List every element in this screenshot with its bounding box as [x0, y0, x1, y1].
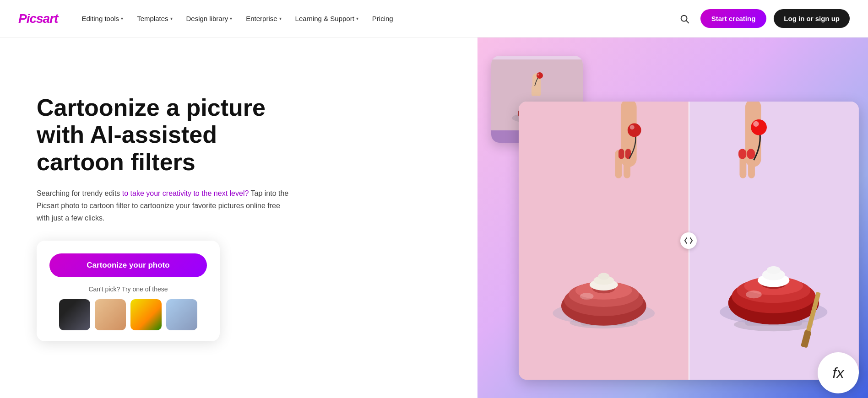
fx-badge: fx	[818, 352, 859, 393]
svg-line-1	[686, 21, 689, 23]
svg-point-42	[754, 121, 759, 127]
start-creating-button[interactable]: Start creating	[700, 9, 767, 28]
hero-description: Searching for trendy edits to take your …	[37, 187, 293, 225]
svg-rect-35	[689, 102, 859, 380]
sample-thumbnails	[49, 299, 207, 330]
svg-rect-10	[537, 86, 541, 96]
svg-point-12	[537, 74, 539, 75]
main-nav: Editing tools ▾ Templates ▾ Design libra…	[76, 11, 675, 26]
svg-rect-9	[532, 86, 535, 96]
header: Picsart Editing tools ▾ Templates ▾ Desi…	[0, 0, 868, 38]
chevron-down-icon: ▾	[356, 16, 358, 21]
svg-rect-19	[618, 149, 624, 159]
svg-point-41	[751, 119, 767, 135]
sample-thumb-4[interactable]	[166, 299, 197, 330]
chevron-down-icon: ▾	[230, 16, 232, 21]
svg-rect-15	[519, 102, 689, 380]
svg-rect-40	[747, 149, 755, 159]
hero-title: Cartoonize a picture with AI-assisted ca…	[37, 94, 302, 176]
compare-card	[519, 102, 859, 380]
header-right: Start creating Log in or sign up	[676, 9, 850, 28]
nav-design-library[interactable]: Design library ▾	[181, 11, 238, 26]
logo[interactable]: Picsart	[18, 11, 58, 26]
svg-rect-39	[738, 149, 746, 159]
nav-learning-support[interactable]: Learning & Support ▾	[290, 11, 364, 26]
svg-point-22	[630, 125, 635, 129]
chevron-down-icon: ▾	[170, 16, 173, 21]
card-hint: Can't pick? Try one of these	[49, 285, 207, 293]
chevron-down-icon: ▾	[121, 16, 123, 21]
hero-section: Cartoonize a picture with AI-assisted ca…	[0, 38, 868, 398]
sample-thumb-2[interactable]	[95, 299, 126, 330]
cartoonize-button[interactable]: Cartoonize your photo	[49, 253, 207, 277]
compare-handle[interactable]	[680, 232, 697, 249]
hero-left: Cartoonize a picture with AI-assisted ca…	[0, 38, 477, 398]
hero-desc-link[interactable]: to take your creativity to the next leve…	[122, 189, 249, 197]
svg-point-21	[628, 124, 641, 137]
svg-point-54	[746, 290, 762, 298]
svg-point-33	[598, 273, 609, 280]
nav-pricing[interactable]: Pricing	[367, 11, 399, 26]
search-button[interactable]	[676, 10, 693, 27]
cartoon-side	[689, 102, 859, 380]
nav-editing-tools[interactable]: Editing tools ▾	[76, 11, 129, 26]
svg-point-11	[537, 72, 543, 79]
svg-point-53	[767, 266, 781, 274]
hero-image-area: CARTOON	[477, 38, 868, 398]
nav-enterprise[interactable]: Enterprise ▾	[240, 11, 287, 26]
svg-point-34	[580, 293, 594, 300]
hero-right: CARTOON	[477, 38, 868, 398]
nav-templates[interactable]: Templates ▾	[131, 11, 178, 26]
original-side	[519, 102, 689, 380]
sample-thumb-1[interactable]	[59, 299, 90, 330]
chevron-down-icon: ▾	[279, 16, 282, 21]
upload-card: Cartoonize your photo Can't pick? Try on…	[37, 241, 220, 341]
sample-thumb-3[interactable]	[130, 299, 162, 330]
login-button[interactable]: Log in or sign up	[774, 9, 850, 28]
